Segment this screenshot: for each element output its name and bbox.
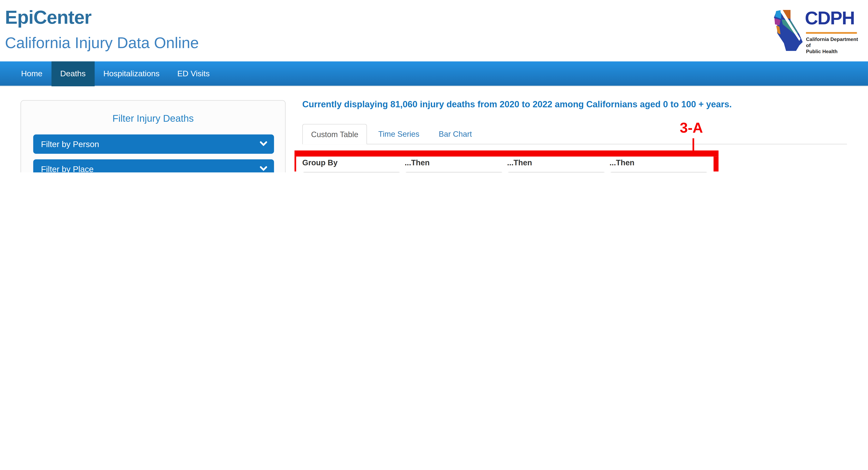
then-label-2: ...Then	[405, 158, 430, 167]
annotation-3a-bracket-bar	[294, 150, 719, 157]
third-grouping-select[interactable]: 3rd Grouping	[507, 172, 606, 172]
main-nav: Home Deaths Hospitalizations ED Visits	[0, 62, 868, 87]
tab-custom-table[interactable]: Custom Table	[302, 124, 367, 144]
view-tabs: Custom Table Time Series Bar Chart	[302, 124, 847, 144]
tab-bar-chart[interactable]: Bar Chart	[430, 124, 480, 144]
tab-time-series[interactable]: Time Series	[370, 124, 428, 144]
logo-department-text: California Department of Public Health	[806, 36, 863, 55]
annotation-3a-bracket-right	[714, 157, 719, 172]
annotation-3a-label: 3-A	[680, 120, 703, 137]
annotation-3a-connector	[692, 138, 694, 151]
group-by-label: Group By	[302, 158, 338, 167]
cdph-logo: CDPH California Department of Public Hea…	[774, 3, 862, 60]
cdph-wordmark: CDPH	[805, 8, 855, 29]
chevron-down-icon	[260, 165, 267, 172]
logo-divider	[806, 32, 857, 34]
epicenter-page: EpiCenter California Injury Data Online …	[0, 0, 868, 172]
group-by-select[interactable]: Sex	[302, 172, 401, 172]
app-subtitle: California Injury Data Online	[5, 34, 199, 52]
nav-item-ed-visits[interactable]: ED Visits	[168, 62, 219, 87]
app-title: EpiCenter	[5, 7, 92, 28]
nav-item-home[interactable]: Home	[12, 62, 51, 87]
california-state-icon	[774, 10, 804, 53]
accordion-filter-by-place[interactable]: Filter by Place	[33, 159, 274, 172]
filter-sidebar: Filter Injury Deaths Filter by Person Fi…	[21, 100, 286, 172]
fourth-grouping-select[interactable]: 4th Grouping	[610, 172, 708, 172]
sidebar-title: Filter Injury Deaths	[21, 113, 285, 124]
second-grouping-select[interactable]: 2nd Grouping	[405, 172, 503, 172]
summary-text: Currently displaying 81,060 injury death…	[302, 100, 812, 109]
then-label-3: ...Then	[507, 158, 532, 167]
annotation-3a-bracket-left	[294, 157, 296, 172]
app-header: EpiCenter California Injury Data Online …	[0, 0, 868, 62]
nav-item-deaths[interactable]: Deaths	[51, 62, 95, 87]
nav-item-hospitalizations[interactable]: Hospitalizations	[94, 62, 168, 87]
chevron-down-icon	[260, 140, 267, 148]
accordion-filter-by-person[interactable]: Filter by Person	[33, 134, 274, 154]
then-label-4: ...Then	[610, 158, 634, 167]
